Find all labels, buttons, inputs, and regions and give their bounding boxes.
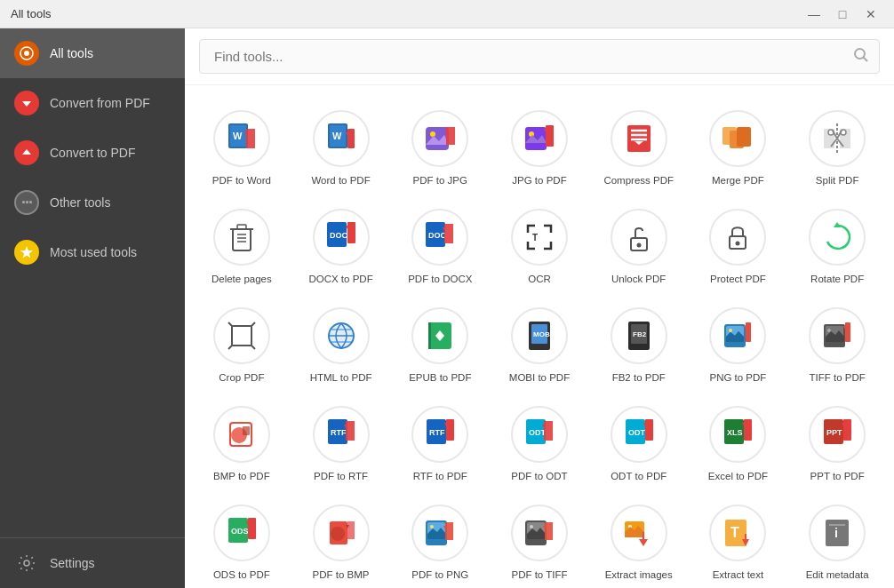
tool-icon-tiff-to-pdf: [809, 307, 866, 364]
search-bar: [185, 28, 894, 85]
tool-pdf-to-bmp[interactable]: PDF to BMP: [291, 494, 391, 588]
tool-label-pdf-to-odt: PDF to ODT: [511, 470, 567, 483]
convert-to-label: Convert to PDF: [50, 146, 135, 160]
tool-edit-metadata[interactable]: i Edit metadata: [787, 494, 887, 588]
tool-fb2-to-pdf[interactable]: FB2 FB2 to PDF: [589, 297, 689, 392]
tool-label-extract-text: Extract text: [713, 568, 764, 582]
tool-label-delete-pages: Delete pages: [212, 273, 272, 286]
tool-label-ods-to-pdf: ODS to PDF: [213, 568, 270, 582]
tool-ods-to-pdf[interactable]: ODS ODS to PDF: [192, 494, 291, 588]
tool-label-png-to-pdf: PNG to PDF: [709, 371, 766, 385]
tool-extract-images[interactable]: Extract images: [589, 494, 689, 588]
svg-text:RTF: RTF: [331, 428, 347, 437]
svg-rect-30: [737, 127, 751, 147]
tool-icon-docx-to-pdf: DOCX: [313, 209, 370, 266]
tool-icon-unlock-pdf: [611, 209, 667, 266]
sidebar-item-convert-to-pdf[interactable]: Convert to PDF: [0, 128, 185, 178]
tool-pdf-to-rtf[interactable]: RTF PDF to RTF: [291, 395, 391, 490]
tool-png-to-pdf[interactable]: PNG to PDF: [689, 297, 788, 392]
svg-rect-100: [645, 419, 653, 441]
tool-jpg-to-pdf[interactable]: JPG to PDF: [490, 99, 589, 195]
svg-point-81: [827, 329, 831, 332]
tool-icon-pdf-to-word: W: [213, 110, 270, 167]
tool-label-ocr: OCR: [528, 273, 551, 286]
tool-icon-mobi-to-pdf: MOBI: [511, 307, 568, 364]
tool-excel-to-pdf[interactable]: XLS Excel to PDF: [689, 395, 788, 490]
tool-ocr[interactable]: T OCR: [490, 198, 589, 293]
tool-icon-pdf-to-jpg: [411, 110, 468, 167]
sidebar-item-convert-from-pdf[interactable]: Convert from PDF: [0, 78, 185, 128]
tool-pdf-to-word[interactable]: W PDF to Word: [192, 99, 291, 195]
tool-split-pdf[interactable]: Split PDF: [787, 99, 887, 195]
minimize-button[interactable]: —: [802, 4, 826, 24]
window-controls: — □ ✕: [802, 4, 883, 24]
svg-rect-38: [233, 229, 251, 250]
sidebar-item-most-used[interactable]: Most used tools: [0, 227, 185, 277]
tool-extract-text[interactable]: T Extract text: [689, 494, 788, 588]
settings-item[interactable]: Settings: [0, 537, 185, 588]
tool-pdf-to-jpg[interactable]: PDF to JPG: [390, 99, 490, 195]
tool-protect-pdf[interactable]: Protect PDF: [689, 198, 788, 293]
tool-icon-pdf-to-odt: ODT: [511, 406, 568, 463]
svg-rect-93: [446, 419, 454, 441]
most-used-label: Most used tools: [50, 245, 137, 259]
tool-compress-pdf[interactable]: Compress PDF: [589, 99, 689, 195]
tool-html-to-pdf[interactable]: HTML to PDF: [291, 297, 391, 392]
convert-from-label: Convert from PDF: [50, 96, 150, 110]
tool-label-mobi-to-pdf: MOBI to PDF: [509, 371, 570, 385]
tool-delete-pages[interactable]: Delete pages: [192, 198, 291, 293]
tool-pdf-to-docx[interactable]: DOCX PDF to DOCX: [390, 198, 490, 293]
tool-label-fb2-to-pdf: FB2 to PDF: [612, 371, 666, 385]
search-input-wrap: [199, 39, 880, 74]
svg-rect-112: [248, 518, 256, 539]
tool-label-html-to-pdf: HTML to PDF: [310, 371, 372, 385]
tool-bmp-to-pdf[interactable]: BMP to PDF: [192, 395, 291, 490]
svg-point-53: [636, 242, 641, 247]
tool-rtf-to-pdf[interactable]: RTF RTF to PDF: [390, 395, 490, 490]
tool-label-extract-images: Extract images: [605, 568, 673, 582]
svg-text:T: T: [730, 525, 739, 540]
svg-text:W: W: [233, 131, 243, 141]
tool-icon-excel-to-pdf: XLS: [709, 406, 766, 463]
tool-unlock-pdf[interactable]: Unlock PDF: [589, 198, 689, 293]
close-button[interactable]: ✕: [858, 4, 883, 24]
tool-crop-pdf[interactable]: Crop PDF: [192, 297, 291, 392]
tool-merge-pdf[interactable]: Merge PDF: [689, 99, 788, 195]
sidebar-item-other-tools[interactable]: ··· Other tools: [0, 178, 185, 227]
tool-ppt-to-pdf[interactable]: PPT PPT to PDF: [787, 395, 887, 490]
tool-icon-word-to-pdf: W: [313, 110, 370, 167]
tool-icon-delete-pages: [213, 209, 270, 266]
tool-label-pdf-to-bmp: PDF to BMP: [313, 568, 370, 582]
search-input[interactable]: [199, 39, 880, 74]
svg-text:ODT: ODT: [628, 428, 646, 437]
search-icon: [853, 47, 869, 67]
tool-pdf-to-png[interactable]: PDF to PNG: [390, 494, 490, 588]
tool-epub-to-pdf[interactable]: EPUB to PDF: [390, 297, 490, 392]
tool-rotate-pdf[interactable]: Rotate PDF: [787, 198, 887, 293]
tool-label-word-to-pdf: Word to PDF: [311, 174, 370, 187]
tool-tiff-to-pdf[interactable]: TIFF to PDF: [787, 297, 887, 392]
title-bar-title: All tools: [11, 7, 52, 20]
settings-label: Settings: [50, 556, 95, 570]
tool-icon-split-pdf: [809, 110, 866, 167]
tool-icon-rtf-to-pdf: RTF: [411, 406, 468, 463]
maximize-button[interactable]: □: [830, 4, 855, 24]
svg-point-2: [24, 560, 29, 566]
svg-rect-57: [232, 326, 251, 346]
svg-point-55: [736, 241, 740, 245]
tool-icon-png-to-pdf: [709, 307, 766, 364]
tool-word-to-pdf[interactable]: W Word to PDF: [291, 99, 391, 195]
svg-rect-13: [347, 129, 355, 148]
tool-icon-odt-to-pdf: ODT: [611, 406, 667, 463]
svg-text:MOBI: MOBI: [533, 330, 552, 338]
tool-icon-extract-images: [611, 505, 667, 561]
tool-icon-compress-pdf: [611, 110, 667, 167]
svg-rect-78: [746, 322, 751, 342]
tool-mobi-to-pdf[interactable]: MOBI MOBI to PDF: [490, 297, 589, 392]
tool-label-protect-pdf: Protect PDF: [710, 273, 766, 286]
tool-docx-to-pdf[interactable]: DOCX DOCX to PDF: [291, 198, 391, 293]
tool-pdf-to-tiff[interactable]: PDF to TIFF: [490, 494, 589, 588]
sidebar-item-all-tools[interactable]: All tools: [0, 28, 185, 78]
tool-odt-to-pdf[interactable]: ODT ODT to PDF: [589, 395, 689, 490]
tool-pdf-to-odt[interactable]: ODT PDF to ODT: [490, 395, 589, 490]
